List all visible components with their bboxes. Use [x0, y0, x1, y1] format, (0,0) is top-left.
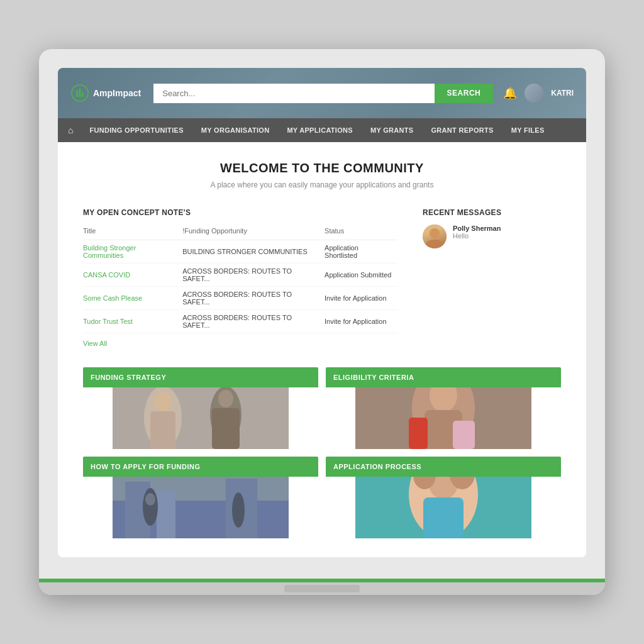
svg-point-23	[145, 493, 155, 506]
logo-icon	[70, 84, 89, 103]
svg-rect-1	[76, 91, 78, 97]
svg-rect-16	[453, 421, 475, 449]
svg-rect-3	[82, 92, 84, 97]
info-card[interactable]: HOW TO APPLY FOR FUNDING	[83, 457, 318, 538]
svg-point-9	[218, 390, 233, 408]
info-card[interactable]: ELIGIBILITY CRITERIA	[326, 367, 561, 449]
trackpad	[284, 585, 360, 592]
card-label: ELIGIBILITY CRITERIA	[326, 367, 561, 387]
home-icon[interactable]: ⌂	[68, 125, 73, 135]
recent-messages-title: RECENT MESSAGES	[423, 208, 561, 217]
laptop-shell: AmpImpact SEARCH 🔔 KATRI ⌂ FUNDING	[39, 49, 605, 595]
card-label: APPLICATION PROCESS	[326, 457, 561, 477]
row-funding: BUILDING STRONGER COMMUNITIES	[182, 240, 325, 264]
top-nav: AmpImpact SEARCH 🔔 KATRI	[58, 68, 586, 118]
svg-rect-2	[79, 89, 81, 97]
welcome-subtitle: A place where you can easily manage your…	[83, 180, 561, 189]
nav-item-my-applications[interactable]: MY APPLICATIONS	[278, 118, 362, 142]
svg-rect-28	[423, 497, 464, 538]
card-label: FUNDING STRATEGY	[83, 367, 318, 387]
table-row: Tudor Trust Test ACROSS BORDERS: ROUTES …	[83, 310, 397, 333]
avatar[interactable]	[525, 84, 543, 103]
row-title[interactable]: Building Stronger Communities	[83, 240, 182, 264]
nav-item-funding-opportunities[interactable]: FUNDING OPPORTUNITIES	[80, 118, 192, 142]
nav-icons: 🔔 KATRI	[503, 84, 574, 103]
row-funding: ACROSS BORDERS: ROUTES TO SAFET...	[182, 264, 325, 287]
search-button[interactable]: SEARCH	[435, 84, 494, 103]
row-funding: ACROSS BORDERS: ROUTES TO SAFET...	[182, 310, 325, 333]
row-funding: ACROSS BORDERS: ROUTES TO SAFET...	[182, 287, 325, 310]
right-col: RECENT MESSAGES Polly Sherman Hello	[423, 208, 561, 348]
laptop-base	[39, 582, 605, 595]
search-bar: SEARCH	[153, 84, 493, 103]
col-header-status: Status	[325, 225, 397, 240]
svg-point-6	[154, 392, 172, 412]
username-label: KATRI	[551, 89, 574, 97]
card-label: HOW TO APPLY FOR FUNDING	[83, 457, 318, 477]
row-title[interactable]: CANSA COVID	[83, 264, 182, 287]
col-header-title: Title	[83, 225, 182, 240]
nav-item-my-organisation[interactable]: MY ORGANISATION	[192, 118, 279, 142]
nav-item-my-grants[interactable]: MY GRANTS	[362, 118, 423, 142]
svg-rect-10	[212, 408, 240, 449]
row-status: Application Submitted	[325, 264, 397, 287]
main-columns: MY OPEN CONCEPT NOTE'S Title !Funding Op…	[83, 208, 561, 348]
col-header-funding: !Funding Opportunity	[182, 225, 325, 240]
nav-item-grant-reports[interactable]: GRANT REPORTS	[422, 118, 502, 142]
laptop-screen: AmpImpact SEARCH 🔔 KATRI ⌂ FUNDING	[58, 68, 586, 557]
svg-rect-15	[409, 418, 428, 449]
row-status: Invite for Application	[325, 287, 397, 310]
logo-text: AmpImpact	[93, 88, 141, 98]
main-nav: ⌂ FUNDING OPPORTUNITIES MY ORGANISATION …	[58, 118, 586, 142]
message-sender: Polly Sherman	[453, 225, 501, 232]
view-all-link[interactable]: View All	[83, 340, 107, 347]
logo-area: AmpImpact	[70, 84, 141, 103]
cards-grid: FUNDING STRATEGY ELIGIBILITY CRITERIA HO…	[83, 367, 561, 538]
svg-rect-7	[150, 411, 175, 449]
left-col: MY OPEN CONCEPT NOTE'S Title !Funding Op…	[83, 208, 397, 348]
welcome-title: WELCOME TO THE COMMUNITY	[83, 161, 561, 175]
table-row: CANSA COVID ACROSS BORDERS: ROUTES TO SA…	[83, 264, 397, 287]
welcome-section: WELCOME TO THE COMMUNITY A place where y…	[83, 161, 561, 189]
row-status: Application Shortlisted	[325, 240, 397, 264]
message-preview: Hello	[453, 232, 501, 240]
page-content: WELCOME TO THE COMMUNITY A place where y…	[58, 142, 586, 557]
row-title[interactable]: Some Cash Please	[83, 287, 182, 310]
info-card[interactable]: APPLICATION PROCESS	[326, 457, 561, 538]
concept-notes-title: MY OPEN CONCEPT NOTE'S	[83, 208, 397, 217]
header-banner: AmpImpact SEARCH 🔔 KATRI	[58, 68, 586, 118]
table-row: Building Stronger Communities BUILDING S…	[83, 240, 397, 264]
svg-point-24	[232, 492, 245, 528]
search-input[interactable]	[153, 84, 434, 103]
row-title[interactable]: Tudor Trust Test	[83, 310, 182, 333]
bell-icon[interactable]: 🔔	[503, 86, 517, 100]
info-card[interactable]: FUNDING STRATEGY	[83, 367, 318, 449]
svg-rect-20	[157, 491, 175, 538]
nav-item-my-files[interactable]: MY FILES	[502, 118, 553, 142]
row-status: Invite for Application	[325, 310, 397, 333]
concept-notes-table: Title !Funding Opportunity Status Buildi…	[83, 225, 397, 333]
table-row: Some Cash Please ACROSS BORDERS: ROUTES …	[83, 287, 397, 310]
message-avatar	[423, 225, 447, 248]
nav-items: FUNDING OPPORTUNITIES MY ORGANISATION MY…	[80, 118, 553, 142]
message-text: Polly Sherman Hello	[453, 225, 501, 240]
message-item: Polly Sherman Hello	[423, 225, 561, 248]
